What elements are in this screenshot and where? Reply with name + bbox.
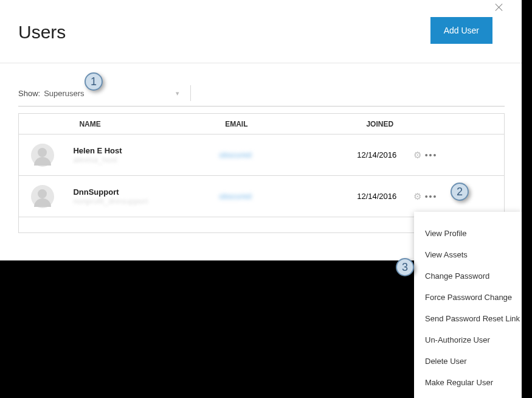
menu-view-assets[interactable]: View Assets: [414, 244, 522, 265]
user-email[interactable]: obscured: [219, 192, 251, 201]
ellipsis-icon[interactable]: •••: [425, 192, 438, 201]
user-name[interactable]: Helen E Host: [73, 146, 219, 155]
ellipsis-icon[interactable]: •••: [425, 150, 438, 160]
user-name[interactable]: DnnSupport: [73, 187, 219, 197]
filter-divider: [18, 106, 505, 106]
gear-icon[interactable]: [413, 150, 421, 161]
right-edge-dark: [522, 0, 532, 398]
add-user-button[interactable]: Add User: [430, 17, 492, 44]
col-header-joined: JOINED: [340, 114, 413, 134]
menu-view-profile[interactable]: View Profile: [414, 223, 522, 244]
user-username: nonprofit_dnnsupport: [73, 197, 219, 206]
avatar: [31, 144, 54, 167]
menu-force-password-change[interactable]: Force Password Change: [414, 287, 522, 308]
filter-dropdown[interactable]: Superusers: [44, 89, 84, 98]
table-header-row: NAME EMAIL JOINED: [19, 114, 505, 134]
filter-separator: [190, 85, 191, 101]
close-icon[interactable]: [495, 4, 503, 12]
callout-3: 3: [396, 258, 414, 276]
filter-row: Show: Superusers ▾: [18, 85, 191, 101]
user-email[interactable]: obscured: [219, 150, 251, 159]
user-joined: 12/14/2016: [340, 134, 413, 176]
header-divider: [0, 63, 522, 63]
callout-2: 2: [451, 183, 469, 201]
user-joined: 12/14/2016: [340, 176, 413, 217]
user-username: alexisa_host: [73, 155, 219, 164]
gear-icon[interactable]: [413, 191, 421, 202]
menu-delete-user[interactable]: Delete User: [414, 351, 522, 372]
user-context-menu: View Profile View Assets Change Password…: [414, 212, 522, 398]
filter-label: Show:: [18, 89, 40, 98]
table-row: DnnSupport nonprofit_dnnsupport obscured…: [19, 176, 505, 217]
col-header-name: NAME: [73, 114, 219, 134]
menu-make-regular-user[interactable]: Make Regular User: [414, 372, 522, 393]
avatar: [31, 185, 54, 208]
page-title: Users: [18, 22, 66, 43]
table-row: Helen E Host alexisa_host obscured 12/14…: [19, 134, 505, 176]
menu-change-password[interactable]: Change Password: [414, 265, 522, 287]
menu-unauthorize-user[interactable]: Un-Authorize User: [414, 329, 522, 351]
callout-1: 1: [85, 72, 103, 91]
chevron-down-icon[interactable]: ▾: [176, 89, 179, 97]
menu-send-password-reset-link[interactable]: Send Password Reset Link: [414, 308, 522, 329]
col-header-email: EMAIL: [219, 114, 340, 134]
page-header: Users: [18, 22, 66, 43]
